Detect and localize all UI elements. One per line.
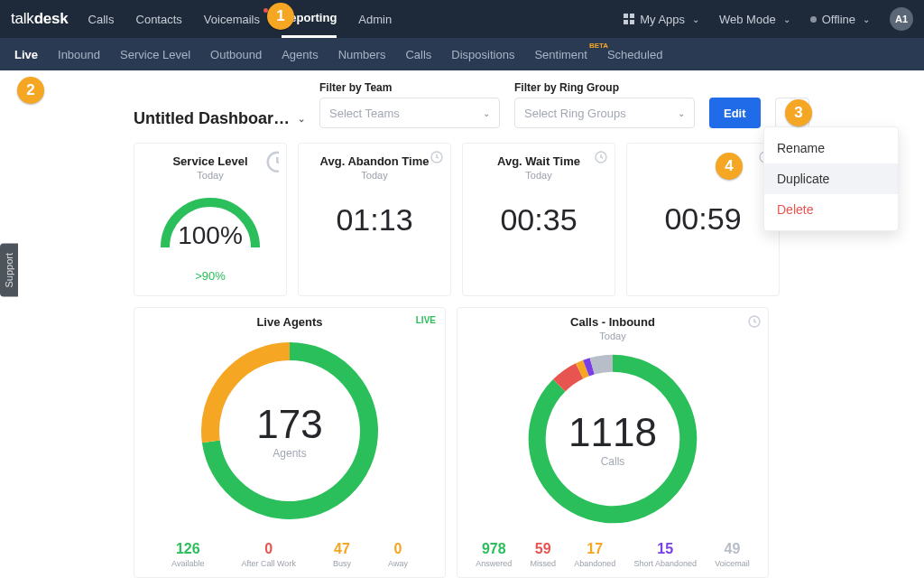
legend-item: 47Busy <box>333 541 351 568</box>
nav-calls[interactable]: Calls <box>88 0 115 38</box>
filter-ring-placeholder: Select Ring Groups <box>524 107 626 120</box>
card-live-agents: LIVE Live Agents 173 Agents 126Available… <box>134 307 446 578</box>
legend-label: After Call Work <box>242 559 296 568</box>
legend-count: 0 <box>394 541 402 557</box>
subnav-live[interactable]: Live <box>14 48 38 61</box>
subnav-sentiment[interactable]: SentimentBETA <box>534 48 587 61</box>
presence-status-menu[interactable]: Offline⌄ <box>810 13 870 26</box>
menu-rename[interactable]: Rename <box>764 133 898 163</box>
subnav-service-level[interactable]: Service Level <box>120 48 190 61</box>
marker-2-text: 2 <box>26 81 34 99</box>
annotation-marker-4: 4 <box>716 153 743 180</box>
legend-label: Missed <box>530 559 556 568</box>
top-right-controls: My Apps⌄ Web Mode⌄ Offline⌄ A1 <box>624 7 913 31</box>
annotation-marker-2: 2 <box>17 77 44 104</box>
card-service-level-title: Service Level <box>172 154 247 168</box>
subnav-scheduled-label: Scheduled <box>607 48 662 61</box>
nav-voicemails-label: Voicemails <box>204 13 260 26</box>
subnav-calls-label: Calls <box>405 48 431 61</box>
chevron-down-icon: ⌄ <box>678 108 685 118</box>
subnav-calls[interactable]: Calls <box>405 48 431 61</box>
my-apps-menu[interactable]: My Apps⌄ <box>624 13 699 26</box>
service-level-threshold: >90% <box>195 269 226 283</box>
brand-logo[interactable]: talkdesk <box>11 10 69 28</box>
clock-icon <box>430 151 443 163</box>
live-agents-label: Agents <box>273 447 306 460</box>
subnav-dispositions[interactable]: Dispositions <box>451 48 514 61</box>
menu-rename-label: Rename <box>777 141 825 155</box>
clock-icon <box>595 151 607 163</box>
filter-ring-group: Filter by Ring Group Select Ring Groups … <box>514 81 695 128</box>
svg-rect-3 <box>630 20 634 24</box>
svg-rect-2 <box>624 20 628 24</box>
web-mode-menu[interactable]: Web Mode⌄ <box>719 13 790 26</box>
subnav-numbers[interactable]: Numbers <box>338 48 386 61</box>
legend-label: Away <box>388 559 408 568</box>
subnav-agents[interactable]: Agents <box>282 48 318 61</box>
card-wait-title: Avg. Wait Time <box>497 154 580 168</box>
card-calls-inbound: Calls - Inbound Today 1118 Calls 978Answ… <box>457 307 769 578</box>
dashboard-title-dropdown[interactable]: Untitled Dashboard Co… ⌄ <box>134 109 305 128</box>
nav-admin-label: Admin <box>358 13 392 26</box>
annotation-marker-1: 1 <box>267 3 294 30</box>
subnav-inbound[interactable]: Inbound <box>58 48 100 61</box>
clock-icon <box>748 315 761 328</box>
dashboard-title-text: Untitled Dashboard Co… <box>134 109 291 128</box>
apps-grid-icon <box>624 14 634 24</box>
marker-3-text: 3 <box>794 104 802 122</box>
marker-4-text: 4 <box>725 157 733 175</box>
edit-button-label: Edit <box>724 107 746 120</box>
nav-admin[interactable]: Admin <box>358 0 392 38</box>
subnav-agents-label: Agents <box>282 48 318 61</box>
card-abandon-sub: Today <box>361 170 387 181</box>
support-tab[interactable]: Support <box>0 244 18 297</box>
annotation-marker-3: 3 <box>785 99 812 126</box>
legend-item: 59Missed <box>530 541 556 568</box>
service-level-gauge: 100% <box>152 190 268 256</box>
donut-cards-row: LIVE Live Agents 173 Agents 126Available… <box>134 307 924 578</box>
subnav-scheduled[interactable]: Scheduled <box>607 48 662 61</box>
subnav-dispositions-label: Dispositions <box>451 48 514 61</box>
legend-label: Voicemail <box>715 559 750 568</box>
card-wait-value: 00:35 <box>500 202 577 238</box>
subnav-live-label: Live <box>14 48 38 61</box>
card-wait-time: Avg. Wait Time Today 00:35 <box>462 143 615 296</box>
legend-label: Answered <box>476 559 512 568</box>
menu-delete[interactable]: Delete <box>764 194 898 225</box>
menu-duplicate[interactable]: Duplicate <box>764 163 898 194</box>
nav-items: Calls Contacts Voicemails Reporting Admi… <box>88 0 393 38</box>
filter-team-select[interactable]: Select Teams ⌄ <box>319 98 500 128</box>
legend-label: Short Abandoned <box>633 559 697 568</box>
subnav-numbers-label: Numbers <box>338 48 386 61</box>
nav-contacts[interactable]: Contacts <box>136 0 182 38</box>
chevron-down-icon: ⌄ <box>863 14 870 24</box>
chevron-down-icon: ⌄ <box>298 114 305 124</box>
legend-label: Busy <box>333 559 351 568</box>
avatar-initials: A1 <box>895 14 908 24</box>
filter-team-placeholder: Select Teams <box>329 107 400 120</box>
card-abandon-title: Avg. Abandon Time <box>320 154 430 168</box>
status-dot-icon <box>810 16 817 23</box>
svg-rect-1 <box>630 14 634 18</box>
marker-1-text: 1 <box>276 7 284 25</box>
menu-duplicate-label: Duplicate <box>777 172 829 186</box>
legend-item: 0After Call Work <box>242 541 296 568</box>
card-abandon-time: Avg. Abandon Time Today 01:13 <box>298 143 451 296</box>
subnav-outbound[interactable]: Outbound <box>210 48 262 61</box>
user-avatar[interactable]: A1 <box>890 7 913 31</box>
filter-ring-select[interactable]: Select Ring Groups ⌄ <box>514 98 695 128</box>
chevron-down-icon: ⌄ <box>692 14 699 24</box>
edit-button[interactable]: Edit <box>709 98 761 128</box>
nav-voicemails[interactable]: Voicemails <box>204 0 260 38</box>
legend-label: Abandoned <box>574 559 615 568</box>
live-agents-legend: 126Available0After Call Work47Busy0Away <box>134 541 445 568</box>
legend-count: 47 <box>334 541 350 557</box>
live-agents-donut: 173 Agents <box>195 336 384 526</box>
support-label: Support <box>4 253 14 288</box>
calls-donut: 1118 Calls <box>522 349 703 529</box>
filter-team-group: Filter by Team Select Teams ⌄ <box>319 81 500 128</box>
reporting-subnav: Live Inbound Service Level Outbound Agen… <box>0 38 924 70</box>
top-nav: talkdesk Calls Contacts Voicemails Repor… <box>0 0 924 38</box>
card-abandon-value: 01:13 <box>336 202 412 238</box>
brand-a: talk <box>11 10 34 28</box>
